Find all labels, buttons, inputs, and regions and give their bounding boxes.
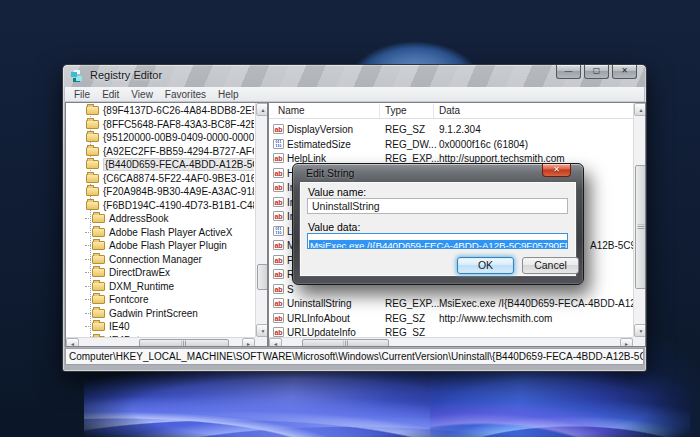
tree-stub [85,299,91,300]
scroll-down-icon[interactable]: ▼ [256,324,268,337]
menu-favorites[interactable]: Favorites [159,89,212,100]
value-type: REG_SZ [385,313,425,324]
dialog-title[interactable]: Edit String [306,167,354,179]
cancel-button[interactable]: Cancel [522,257,579,274]
tree-item[interactable]: {89F4137D-6C26-4A84-BDB8-2E5A4BB [66,104,254,117]
tree-item[interactable]: Connection Manager [66,253,254,266]
scroll-up-icon[interactable]: ▲ [256,103,268,116]
scroll-left-icon[interactable]: ◄ [269,338,282,347]
tree-stub [85,245,91,246]
column-header-name[interactable]: Name [278,105,305,116]
tree-item[interactable]: DirectDrawEx [66,266,254,279]
value-name: UninstallString [287,298,351,309]
registry-value-row[interactable]: ab UninstallString REG_EXP... MsiExec.ex… [269,297,633,310]
column-header-type[interactable]: Type [385,105,407,116]
tree-stub [85,326,91,327]
edit-string-dialog: Edit String ✕ Value name: UninstallStrin… [292,163,584,285]
list-vertical-scrollbar[interactable]: ▲ ▼ [633,103,646,337]
titlebar[interactable]: Registry Editor — ▢ ✕ [63,65,646,87]
folder-icon [86,187,99,196]
tree-horizontal-scrollbar[interactable]: ◄ ► [66,337,255,347]
column-separator[interactable] [433,104,434,118]
list-horizontal-scrollbar[interactable]: ◄ ► [269,337,633,347]
scroll-left-icon[interactable]: ◄ [66,338,79,347]
scrollbar-corner [255,337,268,347]
value-data: 9.1.2.304 [439,124,635,135]
tree-item[interactable]: Adobe Flash Player Plugin [66,239,254,252]
folder-icon [86,133,99,142]
folder-icon [86,160,99,169]
string-value-icon: ab [273,255,284,265]
maximize-button[interactable]: ▢ [584,65,609,79]
tree-item[interactable]: {A92EC2FF-BB59-4294-B727-AFC47BA [66,145,254,158]
scrollbar-corner [633,337,646,347]
minimize-button[interactable]: — [556,65,581,79]
tree-item[interactable]: DXM_Runtime [66,280,254,293]
string-value-icon: ab [273,197,284,207]
string-value-icon: ab [273,240,284,250]
scroll-right-icon[interactable]: ► [620,338,633,347]
registry-value-row[interactable]: ab URLInfoAbout REG_SZ http://www.techsm… [269,312,633,325]
list-hscroll-thumb[interactable] [302,339,389,347]
tree-vscroll-thumb[interactable] [257,264,268,290]
folder-icon [92,228,105,237]
folder-icon [86,120,99,129]
string-value-icon: ab [273,284,284,294]
tree-item-label: {89F4137D-6C26-4A84-BDB8-2E5A4BB [103,105,254,116]
tree-item[interactable]: IE40 [66,320,254,333]
tree-item[interactable]: {C6CA8874-5F22-4AF0-9BE3-016BF29 [66,172,254,185]
tree-vertical-scrollbar[interactable]: ▲ ▼ [255,103,268,337]
menu-help[interactable]: Help [212,89,245,100]
value-data: http://www.techsmith.com [439,313,635,324]
tree-item-label: {C6CA8874-5F22-4AF0-9BE3-016BF29 [103,173,254,184]
value-name: URLInfoAbout [287,313,350,324]
registry-editor-icon [70,69,84,83]
tree-item-selected[interactable]: {B440D659-FECA-4BDD-A12B-5C9F05 [66,158,254,171]
registry-value-row[interactable]: ab DisplayVersion REG_SZ 9.1.2.304 [269,123,633,136]
tree-item-label: IE40 [109,321,130,332]
tree-item[interactable]: {95120000-00B9-0409-0000-0000000FF [66,131,254,144]
dword-bits: 110 [274,144,282,148]
scroll-right-icon[interactable]: ► [242,338,255,347]
close-button[interactable]: ✕ [612,65,637,79]
tree-item[interactable]: {8FFC5648-FAF8-43A3-BC8F-42BA1E2 [66,118,254,131]
window-controls: — ▢ ✕ [556,65,637,79]
string-value-icon: ab [273,168,284,178]
scroll-down-icon[interactable]: ▼ [634,324,646,337]
tree-item[interactable]: Adobe Flash Player ActiveX [66,226,254,239]
menu-view[interactable]: View [125,89,159,100]
column-headers: Name Type Data [269,103,633,119]
registry-value-row[interactable]: 011110 EstimatedSize REG_DW... 0x0000f16… [269,138,633,151]
menu-file[interactable]: File [68,89,96,100]
tree-item[interactable]: Gadwin PrintScreen [66,307,254,320]
tree-item-label: Connection Manager [109,254,202,265]
value-data: MsiExec.exe /I{B440D659-FECA-4BDD-A12B-5… [439,298,635,309]
folder-icon [86,106,99,115]
menu-edit[interactable]: Edit [96,89,125,100]
list-vscroll-thumb[interactable] [635,165,646,289]
folder-icon [92,214,105,223]
tree-hscroll-thumb[interactable] [139,339,229,347]
column-separator[interactable] [379,104,380,118]
tree-item-label: {A92EC2FF-BB59-4294-B727-AFC47BA [103,146,254,157]
folder-icon [86,174,99,183]
tree-item[interactable]: AddressBook [66,212,254,225]
selected-text: MsiExec.exe /I{B440D659-FECA-4BDD-A12B-5… [309,240,568,249]
scroll-up-icon[interactable]: ▲ [634,103,646,116]
value-name: S [287,284,294,295]
scroll-grip [182,340,187,347]
ok-button[interactable]: OK [457,257,514,274]
tree-item[interactable]: {F6BD194C-4190-4D73-B1B1-C48C999 [66,199,254,212]
value-type: REG_SZ [385,124,425,135]
tree-item[interactable]: {F20A984B-9B30-4A9E-A3AC-918AF0D [66,185,254,198]
column-header-data[interactable]: Data [439,105,460,116]
value-data-input[interactable]: MsiExec.exe /I{B440D659-FECA-4BDD-A12B-5… [307,233,568,249]
folder-icon [92,309,105,318]
dialog-body: Value name: UninstallString Value data: … [299,181,577,277]
tree-item[interactable]: Fontcore [66,293,254,306]
folder-icon [92,268,105,277]
tree-stub [85,313,91,314]
tree-item-label: Gadwin PrintScreen [109,308,198,319]
scroll-grip [638,225,645,230]
dialog-close-button[interactable]: ✕ [542,164,571,177]
